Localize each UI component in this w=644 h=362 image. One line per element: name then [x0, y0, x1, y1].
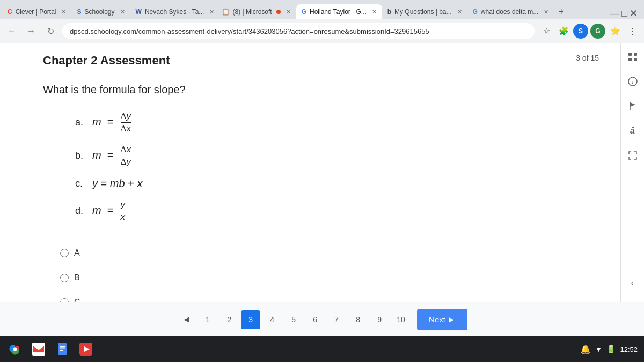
- taskbar: 🔔 ▼ 🔋 12:52: [0, 336, 644, 362]
- star-button[interactable]: ⭐: [608, 24, 623, 39]
- notification-icon[interactable]: 🔔: [580, 344, 591, 354]
- radio-option-a[interactable]: A: [54, 244, 588, 262]
- bottom-bar: ◄ 1 2 3 4 5 6 7 8 9 10 Next ►: [0, 302, 644, 336]
- page-btn-1[interactable]: 1: [198, 310, 217, 329]
- expand-icon[interactable]: [624, 147, 641, 164]
- docs-icon[interactable]: [54, 341, 71, 358]
- prev-page-button[interactable]: ◄: [177, 310, 196, 329]
- battery-icon: 🔋: [606, 345, 616, 353]
- tab-bar: C Clever | Portal ✕ S Schoology ✕ W Neva…: [0, 0, 644, 19]
- choice-b: b. m = Δx Δy: [75, 144, 588, 168]
- page-btn-9[interactable]: 9: [370, 310, 389, 329]
- choice-a: a. m = Δy Δx: [75, 111, 588, 135]
- forward-button[interactable]: →: [24, 24, 39, 39]
- radio-option-c[interactable]: C: [54, 293, 588, 302]
- taskbar-right: 🔔 ▼ 🔋 12:52: [580, 344, 638, 354]
- svg-rect-0: [628, 53, 632, 56]
- svg-rect-3: [634, 58, 637, 61]
- page-btn-5[interactable]: 5: [284, 310, 303, 329]
- radio-c-label: C: [74, 298, 80, 302]
- tab-nevaeh[interactable]: W Nevaeh Sykes - Ta... ✕: [130, 4, 216, 19]
- tab-microsoft[interactable]: 📋 (8) | Microsoft ✕: [216, 4, 296, 19]
- page-btn-7[interactable]: 7: [327, 310, 346, 329]
- info-icon[interactable]: i: [624, 73, 641, 90]
- bookmark-button[interactable]: ☆: [539, 24, 554, 39]
- back-button[interactable]: ←: [4, 24, 19, 39]
- question-counter: 3 of 15: [576, 54, 599, 62]
- main-area: Chapter 2 Assessment 3 of 15 What is the…: [0, 43, 620, 302]
- question-text: What is the formula for slope?: [43, 84, 588, 96]
- choice-a-math: m = Δy Δx: [92, 111, 132, 135]
- tab-whatdoes[interactable]: G what does delta m... ✕: [467, 4, 553, 19]
- minimize-button[interactable]: —: [610, 8, 619, 19]
- youtube-icon[interactable]: [77, 341, 94, 358]
- wifi-icon[interactable]: ▼: [595, 345, 603, 353]
- page-btn-8[interactable]: 8: [348, 310, 368, 329]
- maximize-button[interactable]: □: [621, 8, 627, 19]
- choice-a-label: a.: [75, 117, 86, 128]
- tab-close-microsoft[interactable]: ✕: [286, 9, 291, 16]
- page-btn-2[interactable]: 2: [219, 310, 239, 329]
- address-bar-row: ← → ↻ ☆ 🧩 S G ⭐ ⋮: [0, 19, 644, 43]
- gmail-icon[interactable]: [30, 341, 47, 358]
- right-sidebar: i ā ‹: [620, 43, 644, 302]
- tab-close-nevaeh[interactable]: ✕: [209, 9, 214, 16]
- svg-rect-1: [634, 53, 637, 56]
- tab-close-schoology[interactable]: ✕: [120, 9, 125, 16]
- choice-c-label: c.: [75, 178, 86, 189]
- grid-icon[interactable]: [624, 48, 641, 65]
- choice-b-label: b.: [75, 150, 86, 161]
- choice-d: d. m = y x: [75, 200, 588, 223]
- sidebar-collapse-button[interactable]: ‹: [628, 275, 637, 291]
- page-btn-10[interactable]: 10: [391, 310, 411, 329]
- radio-option-b[interactable]: B: [54, 269, 588, 287]
- taskbar-time: 12:52: [620, 345, 638, 353]
- address-input[interactable]: [62, 23, 535, 39]
- tab-close-myquestions[interactable]: ✕: [457, 9, 462, 16]
- tab-clever[interactable]: C Clever | Portal ✕: [2, 4, 71, 19]
- tab-holland[interactable]: G Holland Taylor - G... ✕: [296, 4, 382, 19]
- radio-b-label: B: [74, 273, 80, 283]
- svg-rect-11: [60, 346, 65, 348]
- tab-close-clever[interactable]: ✕: [61, 9, 66, 16]
- page-btn-4[interactable]: 4: [262, 310, 282, 329]
- menu-button[interactable]: ⋮: [625, 24, 640, 39]
- close-button[interactable]: ✕: [630, 8, 638, 19]
- svg-text:i: i: [632, 78, 633, 85]
- next-button[interactable]: Next ►: [417, 309, 467, 330]
- assessment-title: Chapter 2 Assessment: [43, 54, 588, 68]
- extensions-button[interactable]: 🧩: [556, 24, 571, 39]
- tab-close-whatdoes[interactable]: ✕: [544, 9, 548, 16]
- choice-b-math: m = Δx Δy: [92, 144, 132, 168]
- chrome-icon[interactable]: [6, 341, 24, 358]
- choice-c-math: y = mb + x: [92, 178, 142, 190]
- tab-close-holland[interactable]: ✕: [372, 9, 377, 16]
- choice-d-math: m = y x: [92, 200, 126, 223]
- browser-frame: C Clever | Portal ✕ S Schoology ✕ W Neva…: [0, 0, 644, 362]
- svg-point-8: [13, 348, 17, 351]
- svg-rect-12: [60, 349, 65, 350]
- choice-c: c. y = mb + x: [75, 178, 588, 190]
- page-btn-3[interactable]: 3: [241, 310, 260, 329]
- account-button[interactable]: S: [573, 24, 588, 39]
- radio-options: A B C D: [54, 244, 588, 302]
- browser-actions: ☆ 🧩 S G ⭐ ⋮: [539, 24, 640, 39]
- radio-b[interactable]: [60, 274, 69, 282]
- reload-button[interactable]: ↻: [43, 24, 58, 39]
- new-tab-button[interactable]: +: [553, 4, 570, 19]
- choices-list: a. m = Δy Δx b. m =: [75, 111, 588, 223]
- page-btn-6[interactable]: 6: [305, 310, 325, 329]
- pagination: ◄ 1 2 3 4 5 6 7 8 9 10 Next ►: [177, 309, 467, 330]
- radio-c[interactable]: [60, 298, 69, 302]
- taskbar-left: [6, 341, 94, 358]
- flag-icon[interactable]: [624, 98, 641, 115]
- radio-a-label: A: [74, 248, 80, 258]
- choice-d-label: d.: [75, 205, 86, 217]
- svg-rect-13: [60, 350, 63, 351]
- page-content: Chapter 2 Assessment 3 of 15 What is the…: [0, 43, 644, 302]
- account2-button[interactable]: G: [590, 24, 605, 39]
- annotation-icon[interactable]: ā: [624, 122, 641, 139]
- radio-a[interactable]: [60, 249, 69, 257]
- tab-myquestions[interactable]: b My Questions | ba... ✕: [382, 4, 467, 19]
- tab-schoology[interactable]: S Schoology ✕: [71, 4, 130, 19]
